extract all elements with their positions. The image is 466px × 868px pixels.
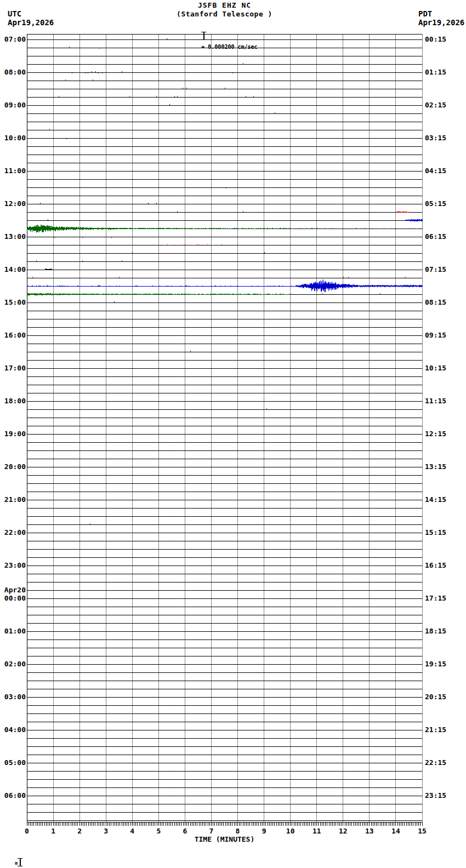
utc-hour-label: 07:00: [4, 35, 26, 43]
utc-hour-label: 17:00: [4, 364, 26, 372]
x-axis-tick-label: 0: [25, 827, 29, 835]
x-axis-tick-label: 4: [130, 827, 134, 835]
utc-hour-label: 04:00: [4, 726, 26, 734]
utc-hour-label: 10:00: [4, 134, 26, 142]
utc-hour-label: 08:00: [4, 68, 26, 76]
pdt-hour-label: 14:15: [425, 495, 446, 504]
x-axis-tick-label: 6: [183, 827, 187, 835]
x-axis-tick-label: 7: [209, 827, 214, 835]
utc-hour-label: 13:00: [4, 232, 26, 241]
utc-hour-label: 16:00: [4, 331, 26, 339]
utc-hour-label: 12:00: [4, 199, 26, 208]
helicorder-page: { "header": { "title": "JSFB EHZ NC", "s…: [0, 0, 466, 868]
utc-hour-label: 18:00: [4, 397, 26, 405]
pdt-hour-label: 02:15: [425, 101, 446, 109]
footer-scale-note: m = 0.000200 cm/sec = 200 microvolts: [4, 847, 113, 868]
utc-hour-label: 14:00: [4, 265, 26, 273]
footer-ibeam-icon: [18, 858, 22, 865]
utc-hour-label: 23:00: [4, 561, 26, 569]
x-axis-title: TIME (MINUTES): [0, 835, 449, 843]
utc-hour-label: 03:00: [4, 693, 26, 701]
x-axis-tick-label: 10: [286, 827, 295, 835]
x-axis-tick-label: 3: [104, 827, 108, 835]
pdt-hour-label: 17:15: [425, 594, 446, 602]
utc-hour-label: 22:00: [4, 528, 26, 536]
x-axis-tick-label: 5: [156, 827, 161, 835]
pdt-hour-label: 11:15: [425, 397, 446, 405]
utc-hour-label: 11:00: [4, 167, 26, 175]
pdt-hour-label: 05:15: [425, 199, 446, 208]
x-axis-tick-label: 13: [365, 827, 374, 835]
seismic-trace: [27, 88, 422, 352]
pdt-hour-label: 09:15: [425, 331, 446, 339]
seismic-trace: [27, 63, 422, 524]
pdt-hour-label: 19:15: [425, 660, 446, 668]
pdt-hour-label: 18:15: [425, 627, 446, 635]
pdt-hour-label: 15:15: [425, 528, 446, 536]
pdt-hour-label: 03:15: [425, 134, 446, 142]
utc-hour-label: 20:00: [4, 462, 26, 471]
pdt-hour-label: 08:15: [425, 298, 446, 306]
helicorder-plot: 07:0000:1508:0001:1509:0002:1510:0003:15…: [0, 0, 466, 868]
pdt-hour-label: 12:15: [425, 430, 446, 438]
utc-hour-label: 06:00: [4, 791, 26, 800]
pdt-hour-label: 13:15: [425, 462, 446, 471]
utc-hour-label: 00:00: [4, 594, 26, 602]
seismic-trace: [40, 38, 232, 302]
x-axis-tick-label: 2: [77, 827, 82, 835]
utc-hour-label: 19:00: [4, 430, 26, 438]
utc-hour-label: 15:00: [4, 298, 26, 306]
pdt-hour-label: 04:15: [425, 167, 446, 175]
pdt-hour-label: 00:15: [425, 35, 446, 43]
utc-hour-label: 01:00: [4, 627, 26, 635]
pdt-hour-label: 07:15: [425, 265, 446, 273]
pdt-hour-label: 23:15: [425, 791, 446, 800]
x-axis-tick-label: 1: [51, 827, 55, 835]
pdt-hour-label: 20:15: [425, 693, 446, 701]
pdt-hour-label: 22:15: [425, 758, 446, 767]
utc-hour-label: 02:00: [4, 660, 26, 668]
pdt-hour-label: 01:15: [425, 68, 446, 76]
x-axis-tick-label: 15: [418, 827, 427, 835]
x-axis-tick-label: 14: [391, 827, 400, 835]
pdt-hour-label: 21:15: [425, 726, 446, 734]
pdt-hour-label: 06:15: [425, 232, 446, 241]
pdt-hour-label: 16:15: [425, 561, 446, 569]
x-axis-tick-label: 8: [236, 827, 240, 835]
utc-hour-label: 05:00: [4, 758, 26, 767]
utc-hour-label: 09:00: [4, 101, 26, 109]
utc-hour-label: 21:00: [4, 495, 26, 504]
x-axis-tick-label: 11: [312, 827, 321, 835]
x-axis-tick-label: 9: [262, 827, 266, 835]
pdt-hour-label: 10:15: [425, 364, 446, 372]
x-axis-tick-label: 12: [339, 827, 348, 835]
date-change-label: Apr20: [4, 586, 26, 594]
